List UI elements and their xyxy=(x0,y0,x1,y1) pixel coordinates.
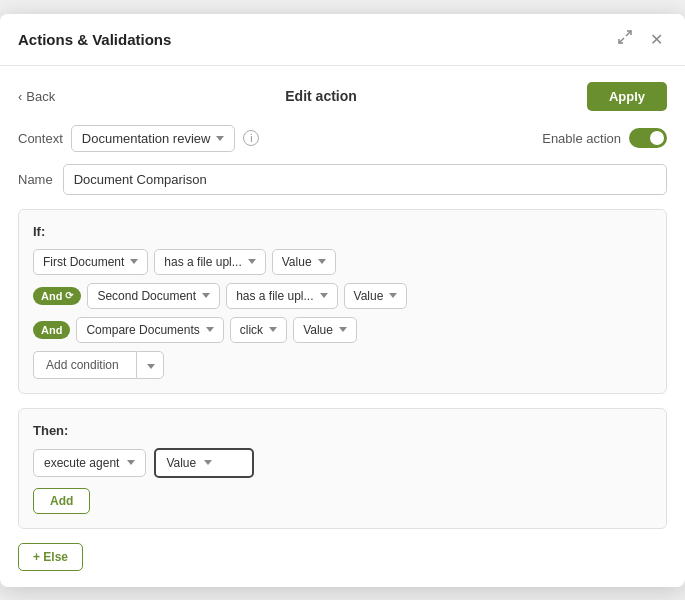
back-label: Back xyxy=(26,89,55,104)
close-icon[interactable]: ✕ xyxy=(646,28,667,51)
add-button[interactable]: Add xyxy=(33,488,90,514)
edit-action-title: Edit action xyxy=(285,88,357,104)
action-chevron-icon xyxy=(127,460,135,465)
condition-row-2: And ⟳ Second Document has a file upl... … xyxy=(33,283,652,309)
else-button[interactable]: + Else xyxy=(18,543,83,571)
value-chevron-3 xyxy=(339,327,347,332)
value-chevron-2 xyxy=(389,293,397,298)
action-value: execute agent xyxy=(44,456,119,470)
and-badge-2[interactable]: And ⟳ xyxy=(33,287,81,305)
modal-header-icons: ✕ xyxy=(614,28,667,51)
modal-body: ‹ Back Edit action Apply Context Documen… xyxy=(0,66,685,587)
and-label-2: And xyxy=(41,290,62,302)
top-bar: ‹ Back Edit action Apply xyxy=(18,82,667,111)
field-chevron-2 xyxy=(202,293,210,298)
operator-chevron-2 xyxy=(320,293,328,298)
context-value: Documentation review xyxy=(82,131,211,146)
value-chevron-1 xyxy=(318,259,326,264)
value-then-chevron-icon xyxy=(204,460,212,465)
modal-header: Actions & Validations ✕ xyxy=(0,14,685,66)
if-section: If: First Document has a file upl... Val… xyxy=(18,209,667,394)
enable-action-label: Enable action xyxy=(542,131,621,146)
operator-value-2: has a file upl... xyxy=(236,289,313,303)
value-text-3: Value xyxy=(303,323,333,337)
value-text-1: Value xyxy=(282,255,312,269)
enable-row: Enable action xyxy=(542,128,667,148)
then-label: Then: xyxy=(33,423,652,438)
name-row: Name xyxy=(18,164,667,195)
operator-chevron-1 xyxy=(248,259,256,264)
condition-row-3: And Compare Documents click Value xyxy=(33,317,652,343)
action-dropdown[interactable]: execute agent xyxy=(33,449,146,477)
field-value-3: Compare Documents xyxy=(86,323,199,337)
and-label-3: And xyxy=(41,324,62,336)
refresh-icon-2: ⟳ xyxy=(65,290,73,301)
value-dropdown-1[interactable]: Value xyxy=(272,249,336,275)
add-condition-chevron[interactable] xyxy=(136,351,164,379)
value-then: Value xyxy=(166,456,196,470)
value-dropdown-2[interactable]: Value xyxy=(344,283,408,309)
if-label: If: xyxy=(33,224,652,239)
expand-icon[interactable] xyxy=(614,28,636,50)
and-badge-3[interactable]: And xyxy=(33,321,70,339)
operator-dropdown-2[interactable]: has a file upl... xyxy=(226,283,337,309)
add-condition-dropdown-icon xyxy=(147,364,155,369)
field-value-1: First Document xyxy=(43,255,124,269)
apply-button[interactable]: Apply xyxy=(587,82,667,111)
modal: Actions & Validations ✕ ‹ Back Edit acti… xyxy=(0,14,685,587)
field-chevron-1 xyxy=(130,259,138,264)
context-row: Context Documentation review i Enable ac… xyxy=(18,125,667,152)
back-chevron-icon: ‹ xyxy=(18,89,22,104)
field-dropdown-2[interactable]: Second Document xyxy=(87,283,220,309)
then-row: execute agent Value xyxy=(33,448,652,478)
operator-value-3: click xyxy=(240,323,263,337)
info-icon[interactable]: i xyxy=(243,130,259,146)
modal-title: Actions & Validations xyxy=(18,31,171,48)
add-condition-button[interactable]: Add condition xyxy=(33,351,136,379)
value-dropdown-3[interactable]: Value xyxy=(293,317,357,343)
field-dropdown-1[interactable]: First Document xyxy=(33,249,148,275)
enable-toggle[interactable] xyxy=(629,128,667,148)
field-value-2: Second Document xyxy=(97,289,196,303)
condition-row-1: First Document has a file upl... Value xyxy=(33,249,652,275)
value-text-2: Value xyxy=(354,289,384,303)
field-dropdown-3[interactable]: Compare Documents xyxy=(76,317,223,343)
operator-value-1: has a file upl... xyxy=(164,255,241,269)
operator-chevron-3 xyxy=(269,327,277,332)
name-input[interactable] xyxy=(63,164,667,195)
value-dropdown-then[interactable]: Value xyxy=(154,448,254,478)
context-dropdown[interactable]: Documentation review xyxy=(71,125,236,152)
add-condition-row: Add condition xyxy=(33,351,652,379)
name-label: Name xyxy=(18,172,53,187)
field-chevron-3 xyxy=(206,327,214,332)
operator-dropdown-1[interactable]: has a file upl... xyxy=(154,249,265,275)
context-left: Context Documentation review i xyxy=(18,125,259,152)
back-button[interactable]: ‹ Back xyxy=(18,89,55,104)
operator-dropdown-3[interactable]: click xyxy=(230,317,287,343)
context-chevron-icon xyxy=(216,136,224,141)
add-condition-label: Add condition xyxy=(46,358,119,372)
then-section: Then: execute agent Value Add xyxy=(18,408,667,529)
context-label: Context xyxy=(18,131,63,146)
